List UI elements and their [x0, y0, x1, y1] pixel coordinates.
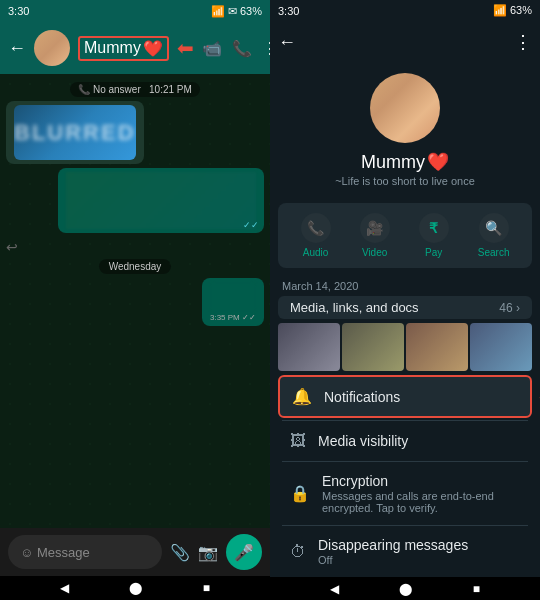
encryption-row[interactable]: 🔒 Encryption Messages and calls are end-…: [278, 463, 532, 524]
thumbnail-2[interactable]: [342, 323, 404, 371]
disappearing-icon: ⏱: [290, 543, 306, 561]
chat-messages: 📞 No answer 10:21 PM BLURRED ✓✓ ↩ Wednes…: [0, 74, 270, 528]
action-buttons: 📞 Audio 🎥 Video ₹ Pay 🔍 Search: [278, 203, 532, 268]
header-icons: 📹 📞 ⋮: [202, 39, 270, 58]
profile-avatar-section: Mummy ❤️ ~Life is too short to live once: [270, 63, 540, 197]
profile-header: ← ⋮: [270, 21, 540, 63]
audio-icon: 📞: [301, 213, 331, 243]
media-links-label: Media, links, and docs: [290, 300, 419, 315]
bell-icon: 🔔: [292, 387, 312, 406]
pay-label: Pay: [425, 247, 442, 258]
heart-emoji-left: ❤️: [143, 39, 163, 58]
system-message-missed: 📞 No answer 10:21 PM: [70, 82, 200, 97]
message-placeholder: Message: [37, 545, 150, 560]
voice-call-icon[interactable]: 📞: [232, 39, 252, 58]
section-date: March 14, 2020: [270, 274, 540, 296]
contact-name-text: Mummy: [84, 39, 141, 57]
status-bar-right: 3:30 📶 63%: [270, 0, 540, 21]
media-links-row[interactable]: Media, links, and docs 46 ›: [278, 296, 532, 319]
audio-label: Audio: [303, 247, 329, 258]
time-right: 3:30: [278, 5, 299, 17]
media-links-count: 46 ›: [499, 301, 520, 315]
more-options-right[interactable]: ⋮: [514, 31, 532, 53]
nav-bar-left: ◀ ⬤ ■: [0, 576, 270, 600]
incoming-blurred: BLURRED: [6, 101, 144, 164]
disappearing-messages-row[interactable]: ⏱ Disappearing messages Off: [278, 527, 532, 576]
nav-bar-right: ◀ ⬤ ■: [270, 577, 540, 600]
video-label: Video: [362, 247, 387, 258]
thumbnail-1[interactable]: [278, 323, 340, 371]
divider-3: [282, 525, 528, 526]
nav-back-right[interactable]: ◀: [330, 582, 339, 596]
notifications-row[interactable]: 🔔 Notifications ⬅: [278, 375, 532, 418]
thumbnail-3[interactable]: [406, 323, 468, 371]
pay-icon: ₹: [419, 213, 449, 243]
search-icon: 🔍: [479, 213, 509, 243]
attach-icon[interactable]: 📎: [170, 543, 190, 562]
read-receipt: ✓✓: [243, 220, 259, 230]
video-call-icon[interactable]: 📹: [202, 39, 222, 58]
outgoing-blurred: ✓✓: [58, 168, 264, 233]
left-panel: 3:30 📶 ✉ 63% ← Mummy ❤️ ⬅ 📹 📞 ⋮ 📞 No ans…: [0, 0, 270, 600]
encryption-icon: 🔒: [290, 484, 310, 503]
emoji-icon[interactable]: ☺: [20, 545, 33, 560]
video-button[interactable]: 🎥 Video: [360, 213, 390, 258]
red-arrow-left: ⬅: [177, 36, 194, 60]
right-panel: 3:30 📶 63% ← ⋮ Mummy ❤️ ~Life is too sho…: [270, 0, 540, 600]
status-icons-right: 📶 63%: [493, 4, 532, 17]
blurred-image: BLURRED: [14, 105, 136, 160]
time-left: 3:30: [8, 5, 29, 17]
encryption-sublabel: Messages and calls are end-to-end encryp…: [322, 490, 520, 514]
heart-emoji-right: ❤️: [427, 151, 449, 173]
nav-back-left[interactable]: ◀: [60, 581, 69, 595]
more-options-icon[interactable]: ⋮: [262, 39, 270, 58]
profile-avatar[interactable]: [370, 73, 440, 143]
media-visibility-icon: 🖼: [290, 432, 306, 450]
status-bar-left: 3:30 📶 ✉ 63%: [0, 0, 270, 22]
video-icon: 🎥: [360, 213, 390, 243]
back-button-right[interactable]: ←: [278, 32, 296, 53]
mic-button[interactable]: 🎤: [226, 534, 262, 570]
profile-info: ~Life is too short to live once: [315, 173, 495, 189]
back-button-left[interactable]: ←: [8, 38, 26, 59]
outgoing-message-2: 3:35 PM ✓✓: [202, 278, 264, 326]
chat-input-bar: ☺ Message 📎 📷 🎤: [0, 528, 270, 576]
divider-2: [282, 461, 528, 462]
pay-button[interactable]: ₹ Pay: [419, 213, 449, 258]
media-visibility-label: Media visibility: [318, 433, 408, 449]
media-thumbnails: [278, 323, 532, 371]
disappearing-label: Disappearing messages: [318, 537, 468, 553]
chat-header: ← Mummy ❤️ ⬅ 📹 📞 ⋮: [0, 22, 270, 74]
thumbnail-4[interactable]: [470, 323, 532, 371]
nav-recent-right[interactable]: ■: [473, 582, 480, 596]
disappearing-sublabel: Off: [318, 554, 468, 566]
divider-1: [282, 420, 528, 421]
media-visibility-row[interactable]: 🖼 Media visibility: [278, 422, 532, 460]
profile-name: Mummy ❤️: [361, 151, 449, 173]
day-divider: Wednesday: [99, 259, 172, 274]
camera-icon[interactable]: 📷: [198, 543, 218, 562]
msg-time: 3:35 PM ✓✓: [210, 313, 256, 322]
contact-name-box: Mummy ❤️: [78, 36, 169, 61]
status-icons-left: 📶 ✉ 63%: [211, 5, 262, 18]
nav-home-right[interactable]: ⬤: [399, 582, 412, 596]
encryption-label: Encryption: [322, 473, 520, 489]
search-button[interactable]: 🔍 Search: [478, 213, 510, 258]
nav-home-left[interactable]: ⬤: [129, 581, 142, 595]
audio-button[interactable]: 📞 Audio: [301, 213, 331, 258]
nav-recent-left[interactable]: ■: [203, 581, 210, 595]
avatar-small: [34, 30, 70, 66]
search-label: Search: [478, 247, 510, 258]
notifications-label: Notifications: [324, 389, 400, 405]
message-input[interactable]: ☺ Message: [8, 535, 162, 569]
